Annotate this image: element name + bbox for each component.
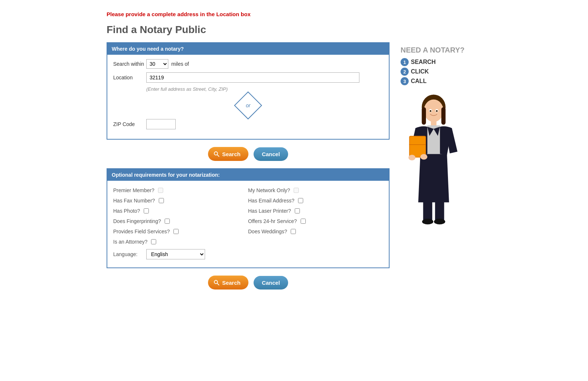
step-1-label: SEARCH	[411, 59, 436, 65]
location-label: Location	[113, 75, 146, 80]
search-icon-bottom	[213, 279, 220, 286]
location-input[interactable]	[146, 72, 359, 83]
svg-rect-6	[422, 107, 426, 125]
photo-label: Has Photo?	[113, 208, 140, 214]
optional-box-header: Optional requirements for your notarizat…	[107, 169, 389, 181]
step-1-circle: 1	[401, 58, 409, 66]
top-button-row: Search Cancel	[107, 147, 390, 161]
left-panel: Where do you need a notary? Search withi…	[107, 42, 390, 297]
cancel-button-top[interactable]: Cancel	[254, 147, 288, 161]
optional-row-fax: Has Fax Number?	[113, 195, 248, 206]
optional-left-col: Premier Member? Has Fax Number? Has Phot…	[113, 185, 248, 262]
network-checkbox[interactable]	[294, 188, 299, 193]
premier-checkbox[interactable]	[158, 188, 163, 193]
bottom-button-row: Search Cancel	[107, 276, 390, 290]
svg-line-3	[217, 283, 219, 285]
optional-row-network: My Network Only?	[248, 185, 383, 195]
svg-rect-21	[437, 219, 442, 222]
svg-point-24	[430, 110, 431, 112]
step-2: 2 CLICK	[401, 68, 481, 76]
step-3-label: CALL	[411, 78, 427, 85]
page-title: Find a Notary Public	[107, 24, 481, 36]
field-label: Provides Field Services?	[113, 229, 170, 234]
language-label: Language:	[113, 251, 143, 257]
zip-row: ZIP Code	[113, 119, 383, 129]
email-label: Has Email Address?	[248, 198, 294, 204]
step-2-circle: 2	[401, 68, 409, 76]
optional-row-laser: Has Laser Printer?	[248, 206, 383, 216]
search-within-label: Search within	[113, 61, 146, 67]
search-button-bottom-label: Search	[222, 280, 240, 286]
or-divider: or	[113, 96, 383, 115]
fax-checkbox[interactable]	[159, 198, 164, 203]
svg-point-15	[420, 154, 427, 159]
optional-row-weddings: Does Weddings?	[248, 226, 383, 237]
svg-rect-19	[425, 219, 430, 222]
svg-point-25	[436, 110, 438, 112]
right-panel: NEED A NOTARY? 1 SEARCH 2 CLICK 3 CALL	[401, 42, 481, 238]
fingerprint-checkbox[interactable]	[165, 219, 170, 224]
step-3: 3 CALL	[401, 77, 481, 85]
search-button-top-label: Search	[222, 151, 240, 157]
step-2-label: CLICK	[411, 68, 429, 75]
svg-rect-7	[441, 107, 445, 125]
service24-label: Offers 24-hr Service?	[248, 218, 297, 224]
optional-row-field: Provides Field Services?	[113, 226, 248, 237]
optional-row-photo: Has Photo?	[113, 206, 248, 216]
language-select[interactable]: English Spanish French Chinese German Ja…	[146, 249, 205, 259]
search-icon	[213, 151, 220, 157]
premier-label: Premier Member?	[113, 187, 154, 193]
search-box: Where do you need a notary? Search withi…	[107, 42, 390, 140]
search-button-bottom[interactable]: Search	[208, 276, 248, 290]
optional-row-premier: Premier Member?	[113, 185, 248, 195]
optional-row-attorney: Is an Attorney?	[113, 237, 248, 247]
optional-box: Optional requirements for your notarizat…	[107, 168, 390, 268]
search-box-header: Where do you need a notary?	[107, 43, 389, 55]
step-1: 1 SEARCH	[401, 58, 481, 66]
miles-row: 5 10 15 20 25 30 50 100 miles of	[146, 59, 189, 69]
miles-suffix: miles of	[171, 61, 189, 67]
search-button-top[interactable]: Search	[208, 147, 248, 161]
laser-label: Has Laser Printer?	[248, 208, 291, 214]
weddings-checkbox[interactable]	[291, 229, 296, 234]
need-notary-steps: 1 SEARCH 2 CLICK 3 CALL	[401, 58, 481, 85]
svg-rect-16	[423, 201, 432, 222]
optional-right-col: My Network Only? Has Email Address? Has …	[248, 185, 383, 262]
fingerprint-label: Does Fingerprinting?	[113, 218, 161, 224]
attorney-label: Is an Attorney?	[113, 239, 147, 245]
optional-row-email: Has Email Address?	[248, 195, 383, 206]
optional-row-fingerprint: Does Fingerprinting?	[113, 216, 248, 226]
laser-checkbox[interactable]	[295, 208, 300, 213]
svg-point-14	[408, 155, 415, 160]
or-text: or	[246, 103, 250, 108]
svg-line-1	[217, 155, 219, 157]
step-3-circle: 3	[401, 77, 409, 85]
svg-rect-17	[435, 201, 444, 222]
svg-point-5	[424, 100, 443, 122]
language-row: Language: English Spanish French Chinese…	[113, 247, 248, 262]
field-checkbox[interactable]	[173, 229, 179, 234]
service24-checkbox[interactable]	[301, 219, 306, 224]
network-label: My Network Only?	[248, 187, 290, 193]
need-notary-title: NEED A NOTARY?	[401, 46, 481, 54]
notary-woman-figure	[401, 90, 467, 237]
weddings-label: Does Weddings?	[248, 229, 287, 234]
attorney-checkbox[interactable]	[151, 239, 156, 244]
optional-grid: Premier Member? Has Fax Number? Has Phot…	[113, 185, 383, 262]
search-within-row: Search within 5 10 15 20 25 30 50 100	[113, 59, 383, 69]
error-message: Please provide a complete address in the…	[107, 11, 481, 17]
cancel-button-bottom[interactable]: Cancel	[254, 276, 288, 290]
email-checkbox[interactable]	[298, 198, 303, 203]
svg-rect-12	[410, 137, 425, 157]
zip-label: ZIP Code	[113, 121, 146, 127]
photo-checkbox[interactable]	[144, 208, 149, 213]
zip-input[interactable]	[146, 119, 176, 129]
location-row: Location	[113, 72, 383, 83]
notary-image	[401, 90, 481, 238]
optional-row-service24: Offers 24-hr Service?	[248, 216, 383, 226]
fax-label: Has Fax Number?	[113, 198, 155, 204]
location-hint: (Enter full address as Street, City, ZIP…	[146, 86, 383, 92]
miles-select[interactable]: 5 10 15 20 25 30 50 100	[146, 59, 168, 69]
